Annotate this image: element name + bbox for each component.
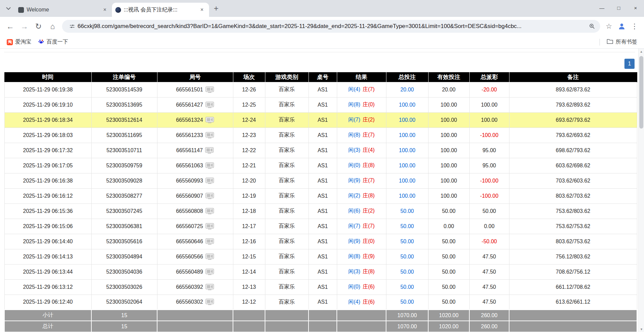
cell-game-type: 百家乐: [265, 279, 309, 295]
result-zhuang: 庄(0): [363, 238, 375, 244]
all-bookmarks-button[interactable]: 所有书签: [604, 37, 640, 47]
pagination-page-1-button[interactable]: 1: [624, 59, 635, 69]
bet-records-table: 时间 注单编号 局号 场次 游戏类别 桌号 结果 总投注 有效投注 总派彩 备注…: [4, 72, 637, 332]
tab-close-icon[interactable]: ×: [198, 6, 206, 13]
cell-total-bet[interactable]: 50.00: [386, 219, 428, 234]
cell-round: 665561063: [157, 158, 233, 173]
home-button[interactable]: ⌂: [46, 20, 59, 33]
cell-total-bet[interactable]: 20.00: [386, 82, 428, 97]
bookmark-star-icon[interactable]: ☆: [603, 20, 615, 32]
minimize-button[interactable]: —: [593, 0, 610, 16]
cell-total-bet[interactable]: 100.00: [386, 97, 428, 112]
cell-result: 闲(8)庄(0): [337, 97, 386, 112]
cell-total-bet[interactable]: 50.00: [386, 249, 428, 264]
bookmark-item-aitaobao[interactable]: 淘 爱淘宝: [4, 37, 34, 47]
cell-valid-bet: 100.00: [428, 128, 469, 143]
round-number: 665560993: [176, 178, 203, 184]
cell-round: 665561427: [157, 97, 233, 112]
tab-welcome[interactable]: Welcome ×: [15, 3, 112, 17]
cell-session: 12-18: [233, 203, 265, 219]
table-row: 2025-11-29 06:16:12 523003508277 6655609…: [4, 188, 637, 203]
maximize-button[interactable]: □: [610, 0, 627, 16]
subtotal-row: 小计 15 1070.00 1020.00 260.00: [4, 310, 637, 321]
cell-time: 2025-11-29 06:19:38: [4, 82, 91, 97]
cell-total-bet[interactable]: 50.00: [386, 295, 428, 310]
cell-total-bet[interactable]: 100.00: [386, 158, 428, 173]
result-zhuang: 庄(7): [363, 223, 375, 229]
video-replay-icon[interactable]: [205, 269, 214, 275]
video-replay-icon[interactable]: [205, 132, 214, 139]
video-replay-icon[interactable]: [205, 284, 214, 290]
cell-total-bet[interactable]: 50.00: [386, 279, 428, 295]
url-text[interactable]: 66cxkj98.com/game/betrecord_search/kind3…: [78, 23, 587, 30]
result-xian: 闲(8): [348, 253, 360, 259]
cell-game-type: 百家乐: [265, 188, 309, 203]
close-button[interactable]: ×: [627, 0, 644, 16]
zoom-icon[interactable]: [587, 21, 597, 31]
column-header-valid-bet: 有效投注: [428, 72, 469, 82]
new-tab-button[interactable]: +: [211, 3, 221, 13]
cell-table-no: AS1: [309, 112, 337, 128]
cell-result: 闲(8)庄(7): [337, 128, 386, 143]
bookmark-item-baidu[interactable]: 百度一下: [35, 37, 71, 47]
cell-time: 2025-11-29 06:16:38: [4, 173, 91, 188]
menu-icon[interactable]: ⋮: [628, 20, 641, 32]
table-row: 2025-11-29 06:17:05 523003509759 6655610…: [4, 158, 637, 173]
cell-total-bet[interactable]: 100.00: [386, 143, 428, 158]
cell-session: 12-16: [233, 234, 265, 249]
video-replay-icon[interactable]: [205, 223, 214, 230]
baidu-paw-icon: [38, 38, 44, 46]
scroll-thumb[interactable]: [639, 56, 643, 129]
cell-bet-no: 523003513695: [91, 97, 157, 112]
cell-total-bet[interactable]: 50.00: [386, 203, 428, 219]
cell-total-bet[interactable]: 100.00: [386, 112, 428, 128]
cell-total-bet[interactable]: 100.00: [386, 128, 428, 143]
total-total-bet: 1070.00: [386, 321, 428, 332]
tab-bet-records[interactable]: :::视讯 会员下注纪录::: ×: [112, 3, 209, 17]
round-number: 665560392: [176, 284, 203, 290]
welcome-favicon: [18, 7, 24, 13]
cell-total-bet[interactable]: 100.00: [386, 173, 428, 188]
video-replay-icon[interactable]: [205, 162, 214, 169]
cell-time: 2025-11-29 06:14:40: [4, 234, 91, 249]
cell-total-bet[interactable]: 100.00: [386, 188, 428, 203]
site-info-icon[interactable]: [67, 21, 78, 31]
cell-table-no: AS1: [309, 128, 337, 143]
chevron-down-icon: [6, 5, 11, 11]
cell-bet-no: 523003508277: [91, 188, 157, 203]
back-button[interactable]: ←: [3, 20, 17, 33]
cell-total-bet[interactable]: 50.00: [386, 234, 428, 249]
video-replay-icon[interactable]: [205, 86, 214, 93]
video-replay-icon[interactable]: [205, 193, 214, 199]
video-replay-icon[interactable]: [205, 117, 214, 123]
video-replay-icon[interactable]: [205, 299, 214, 305]
video-replay-icon[interactable]: [205, 147, 214, 154]
video-replay-icon[interactable]: [205, 208, 214, 215]
cell-result: 闲(0)庄(6): [337, 279, 386, 295]
video-replay-icon[interactable]: [205, 253, 214, 260]
round-number: 665560566: [176, 254, 203, 260]
cell-table-no: AS1: [309, 219, 337, 234]
cell-payout: 47.50: [469, 264, 509, 279]
cell-table-no: AS1: [309, 173, 337, 188]
bookmarks-bar: 淘 爱淘宝 百度一下 所有书签: [0, 36, 644, 49]
refresh-button[interactable]: ↻: [32, 20, 45, 33]
profile-avatar[interactable]: [616, 20, 628, 32]
video-replay-icon[interactable]: [205, 102, 214, 108]
cell-payout: -100.00: [469, 173, 509, 188]
scroll-up-button[interactable]: ▲: [639, 49, 644, 54]
tab-close-icon[interactable]: ×: [101, 6, 109, 13]
video-replay-icon[interactable]: [205, 177, 214, 184]
result-xian: 闲(7): [348, 223, 360, 229]
scrollbar[interactable]: ▲ ▼: [638, 49, 644, 332]
cell-session: 12-25: [233, 97, 265, 112]
address-bar[interactable]: 66cxkj98.com/game/betrecord_search/kind3…: [62, 20, 600, 33]
forward-button[interactable]: →: [18, 20, 31, 33]
video-replay-icon[interactable]: [205, 238, 214, 245]
cell-session: 12-12: [233, 295, 265, 310]
scroll-down-button[interactable]: ▼: [639, 326, 644, 332]
cell-table-no: AS1: [309, 234, 337, 249]
cell-total-bet[interactable]: 50.00: [386, 264, 428, 279]
table-row: 2025-11-29 06:13:44 523003504036 6655604…: [4, 264, 637, 279]
tab-search-button[interactable]: [3, 3, 13, 13]
